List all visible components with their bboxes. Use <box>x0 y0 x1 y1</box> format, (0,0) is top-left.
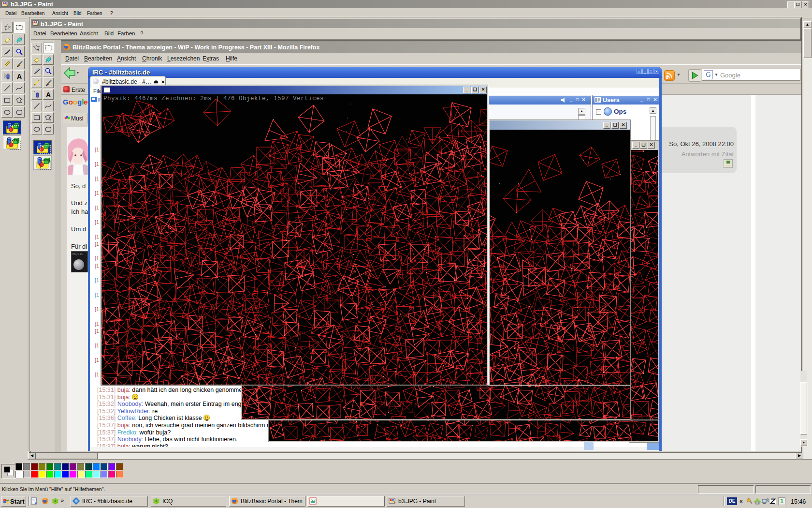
svg-text:N/A: N/A <box>755 502 759 505</box>
svg-text:A: A <box>46 91 51 99</box>
svg-text:A: A <box>16 72 21 80</box>
